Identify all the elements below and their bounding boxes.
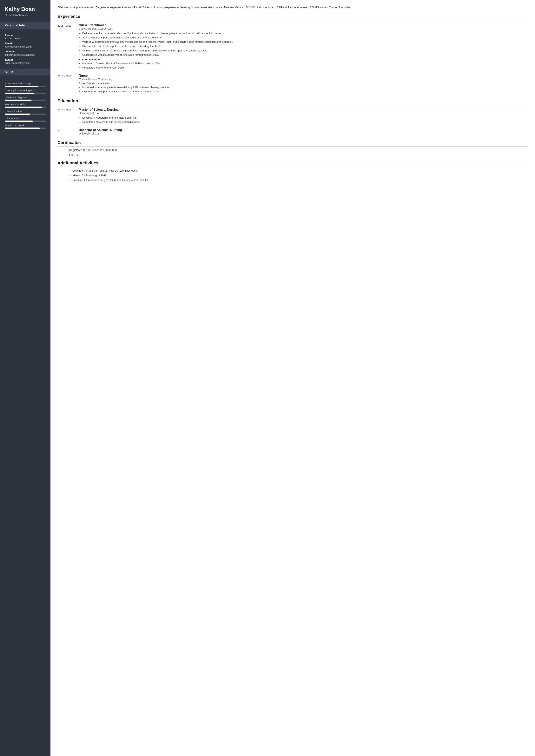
skill-bar: [5, 93, 46, 94]
degree-title: Master of Science, Nursing: [79, 108, 528, 111]
summary-text: Effective nurse practitioner with 5+ yea…: [57, 5, 528, 10]
additional-bullet: Volunteer NP at 5 trail runs per year 26…: [72, 169, 528, 173]
degree-title: Bachelor of Science, Nursing: [79, 128, 528, 132]
skill-bar: [5, 106, 46, 108]
bullet-item: Documented and tracked patient health me…: [82, 44, 528, 48]
contact-label: Phone: [5, 34, 46, 37]
certificate-item: Registered Nurse—License #00000000: [69, 149, 528, 152]
edu-dates: 2013 - 2015: [57, 108, 79, 125]
key-achievement-bullets: Mentored 10+ new NPs and RNs to raise HC…: [82, 62, 528, 70]
entry-dates: 2010 - 2015: [57, 74, 79, 95]
school-name: University of Utah: [79, 132, 528, 135]
additional-title: Additional Activities: [57, 160, 528, 167]
additional-section: Additional Activities Volunteer NP at 5 …: [57, 160, 528, 182]
skill-name: communication: [5, 110, 46, 113]
education-section: Education 2013 - 2015Master of Science, …: [57, 98, 528, 136]
education-entry: 2010Bachelor of Science, NursingUniversi…: [57, 128, 528, 136]
entry-desc: RN on 30-bed trauma ward.: [79, 82, 528, 85]
skill-name: ordering & interpreting tests: [5, 89, 46, 92]
skills-block: admissions & dischargeordering & interpr…: [5, 80, 46, 129]
skill-name: collaboration: [5, 117, 46, 120]
additional-bullet: Facilitate 4 fundraisers per year for To…: [72, 178, 528, 182]
skill-bar-fill: [5, 114, 30, 115]
skill-bar-fill: [5, 121, 33, 122]
skills-header: Skills: [0, 69, 50, 75]
edu-bullet-list: Excelled in leadership and healthcare pl…: [82, 116, 528, 124]
bullet-item: Increased number of patients seen daily …: [82, 85, 528, 89]
bullet-item: Mentored 10+ new NPs and RNs to raise HC…: [82, 62, 528, 66]
main-content: Effective nurse practitioner with 5+ yea…: [50, 0, 535, 756]
education-entry: 2013 - 2015Master of Science, NursingUni…: [57, 108, 528, 125]
certificates-section: Certificates Registered Nurse—License #0…: [57, 140, 528, 156]
skill-name: interpersonal skills: [5, 103, 46, 106]
contact-value: twitter.com/kathyzboan: [5, 62, 46, 65]
entry-content: Nurse PractitionerCollins Medical Center…: [79, 23, 528, 71]
experience-section: Experience 2015 - 2020Nurse Practitioner…: [57, 14, 528, 95]
company: Collins Medical Center, Utah: [79, 78, 528, 81]
skill-bar-fill: [5, 86, 38, 87]
contact-value: kathyzboan@gmail.com: [5, 45, 46, 48]
experience-title: Experience: [57, 14, 528, 20]
key-achievement-label: Key Achievement: [79, 58, 528, 61]
contact-value: 801-870-3963: [5, 37, 46, 40]
skill-bar: [5, 127, 46, 129]
edu-content: Master of Science, NursingUniversity of …: [79, 108, 528, 125]
skill-name: attention to detail: [5, 124, 46, 127]
bullet-item: Completed master's thesis in differentia…: [82, 120, 528, 124]
contact-label: E-mail: [5, 42, 46, 45]
bullet-list: Increased number of patients seen daily …: [82, 85, 528, 94]
skill-bar-fill: [5, 127, 40, 129]
contact-label: LinkedIn: [5, 50, 46, 53]
skill-bar-fill: [5, 99, 31, 101]
contact-value: linkedin.com/in/kathyzboan: [5, 53, 46, 56]
edu-dates: 2010: [57, 128, 79, 136]
skill-name: admissions & discharge: [5, 82, 46, 85]
bullet-item: Saw 20+ patients per day, assisting with…: [82, 36, 528, 40]
additional-bullet: Mentor 7 NPs through AANP.: [72, 174, 528, 178]
job-title: Nurse Practitioner: [79, 23, 528, 27]
sidebar: Kathy Boan Nurse Practitioner Personal I…: [0, 0, 50, 756]
skill-bar-fill: [5, 93, 34, 94]
skill-bar: [5, 121, 46, 122]
edu-content: Bachelor of Science, NursingUniversity o…: [79, 128, 528, 136]
bullet-list: Delivered medical care, referrals, coord…: [82, 31, 528, 57]
entry-content: NurseCollins Medical Center, UtahRN on 3…: [79, 74, 528, 95]
sidebar-name: Kathy Boan: [5, 6, 46, 12]
skill-bar: [5, 114, 46, 115]
skill-name: differential diagnosis: [5, 96, 46, 99]
bullet-item: Delivered medical care, referrals, coord…: [82, 31, 528, 35]
contact-label: Twitter: [5, 58, 46, 61]
education-title: Education: [57, 98, 528, 105]
bullet-item: Worked with patients to improve key metr…: [82, 40, 528, 44]
certificate-item: FNP-BC: [69, 154, 528, 156]
experience-entry: 2015 - 2020Nurse PractitionerCollins Med…: [57, 23, 528, 71]
skill-bar: [5, 86, 46, 87]
skill-bar-fill: [5, 106, 42, 108]
sidebar-title: Nurse Practitioner: [5, 14, 46, 17]
skill-bar: [5, 99, 46, 101]
contacts-block: Phone801-870-3963E-mailkathyzboan@gmail.…: [5, 32, 46, 65]
bullet-item: Healthcare worker of the year, 2019.: [82, 66, 528, 70]
bullet-item: Collaborated with physicians to assess a…: [82, 90, 528, 94]
company: Collins Medical Center, Utah: [79, 27, 528, 30]
entry-dates: 2015 - 2020: [57, 23, 79, 71]
personal-info-header: Personal Info: [0, 22, 50, 29]
job-title: Nurse: [79, 74, 528, 77]
certificates-title: Certificates: [57, 140, 528, 147]
bullet-item: Collaborated with insurance vendors to r…: [82, 53, 528, 57]
experience-entry: 2010 - 2015NurseCollins Medical Center, …: [57, 74, 528, 95]
bullet-item: Worked with office staff to create a smo…: [82, 49, 528, 53]
school-name: University of Utah: [79, 112, 528, 115]
bullet-item: Excelled in leadership and healthcare pl…: [82, 116, 528, 120]
